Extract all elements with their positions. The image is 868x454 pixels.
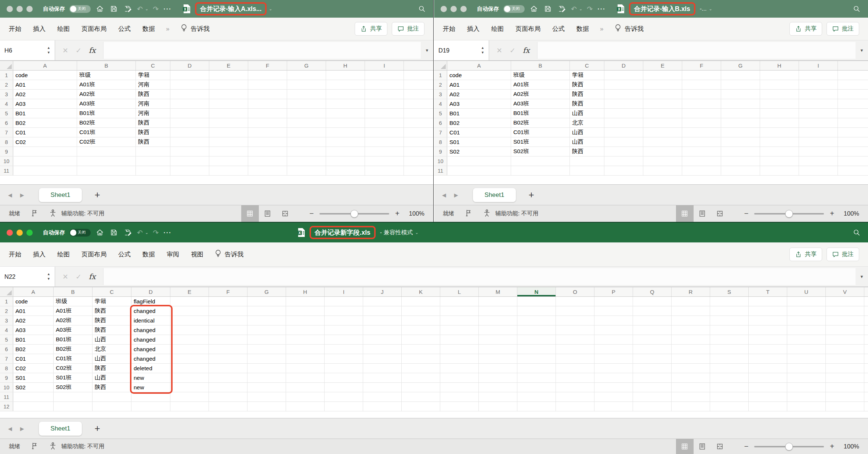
cell-A4[interactable]: A03 xyxy=(447,99,511,108)
cell-F8[interactable] xyxy=(248,137,287,147)
cell-A3[interactable]: A02 xyxy=(447,90,511,99)
cell-H2[interactable] xyxy=(326,80,365,89)
enter-icon[interactable]: ✓ xyxy=(76,273,82,281)
page-break-view-button[interactable] xyxy=(711,439,729,454)
column-header-B[interactable]: B xyxy=(511,61,570,70)
cell-M5[interactable] xyxy=(479,335,517,344)
cell-I11[interactable] xyxy=(325,392,363,401)
row-header-9[interactable]: 9 xyxy=(434,147,447,156)
insert-function-icon[interactable]: fx xyxy=(89,46,96,55)
cell-C10[interactable] xyxy=(136,156,170,166)
cell-C3[interactable]: 陕西 xyxy=(93,316,131,325)
column-header-G[interactable]: G xyxy=(721,61,760,70)
cell-E8[interactable] xyxy=(643,137,682,147)
row-header-2[interactable]: 2 xyxy=(434,80,447,89)
cell-G9[interactable] xyxy=(247,373,286,382)
cell-F8[interactable] xyxy=(209,364,247,373)
cell-H10[interactable] xyxy=(760,156,799,166)
more-commands-icon[interactable]: ⋯ xyxy=(163,4,171,14)
row-header-6[interactable]: 6 xyxy=(434,118,447,127)
cell-G9[interactable] xyxy=(287,147,326,156)
macro-recording-icon[interactable] xyxy=(30,442,39,451)
cell-B7[interactable]: C01班 xyxy=(54,354,93,363)
cell-E11[interactable] xyxy=(643,166,682,175)
cell-D5[interactable] xyxy=(170,109,209,118)
cell-T12[interactable] xyxy=(749,402,787,411)
cell-A5[interactable]: B01 xyxy=(13,335,54,344)
cell-I6[interactable] xyxy=(325,345,363,354)
cell-I9[interactable] xyxy=(799,147,838,156)
share-button[interactable]: 共享 xyxy=(355,22,387,36)
cancel-icon[interactable]: ✕ xyxy=(62,273,68,281)
cell-R6[interactable] xyxy=(672,345,710,354)
undo-dropdown-caret[interactable]: ⌄ xyxy=(579,7,582,11)
cell-R10[interactable] xyxy=(672,383,710,392)
cell-D10[interactable]: new xyxy=(131,383,170,392)
cell-F11[interactable] xyxy=(682,166,721,175)
cell-A7[interactable]: C01 xyxy=(13,354,54,363)
row-header-4[interactable]: 4 xyxy=(0,99,13,108)
cell-R3[interactable] xyxy=(672,316,710,325)
cell-E7[interactable] xyxy=(643,128,682,137)
column-header-I[interactable]: I xyxy=(799,61,838,70)
cell-B3[interactable]: A02班 xyxy=(77,90,136,99)
cell-O5[interactable] xyxy=(556,335,594,344)
cell-L9[interactable] xyxy=(440,373,479,382)
cell-B11[interactable] xyxy=(54,392,93,401)
add-sheet-button[interactable]: + xyxy=(516,189,546,201)
cell-K11[interactable] xyxy=(402,392,440,401)
cell-C10[interactable] xyxy=(570,156,604,166)
cell-N9[interactable] xyxy=(517,373,556,382)
cell-H9[interactable] xyxy=(326,147,365,156)
minimize-window-button[interactable] xyxy=(17,6,23,12)
cell-F1[interactable] xyxy=(209,297,247,306)
save-icon[interactable] xyxy=(543,4,553,14)
cell-V10[interactable] xyxy=(826,383,864,392)
cell-U3[interactable] xyxy=(787,316,826,325)
cell-V7[interactable] xyxy=(826,354,864,363)
cell-D8[interactable] xyxy=(604,137,643,147)
cell-J10[interactable] xyxy=(363,383,402,392)
cell-R5[interactable] xyxy=(672,335,710,344)
cell-H5[interactable] xyxy=(326,109,365,118)
column-header-V[interactable]: V xyxy=(826,287,864,296)
cell-Q6[interactable] xyxy=(633,345,672,354)
cell-B5[interactable]: B01班 xyxy=(511,109,570,118)
column-header-B[interactable]: B xyxy=(54,287,93,296)
cell-K5[interactable] xyxy=(402,335,440,344)
cell-S9[interactable] xyxy=(710,373,749,382)
column-header-F[interactable]: F xyxy=(209,287,247,296)
cell-I11[interactable] xyxy=(365,166,404,175)
cell-F3[interactable] xyxy=(682,90,721,99)
cell-H11[interactable] xyxy=(286,392,325,401)
enter-icon[interactable]: ✓ xyxy=(76,46,82,55)
cell-G10[interactable] xyxy=(721,156,760,166)
cell-C8[interactable]: 山西 xyxy=(570,137,604,147)
column-header-F[interactable]: F xyxy=(248,61,287,70)
row-header-5[interactable]: 5 xyxy=(0,109,13,118)
ribbon-tab-数据[interactable]: 数据 xyxy=(576,25,589,33)
tell-me-tab[interactable]: 告诉我 xyxy=(180,24,209,34)
cell-B8[interactable]: C02班 xyxy=(77,137,136,147)
ribbon-tab-页面布局[interactable]: 页面布局 xyxy=(82,250,106,259)
cell-S11[interactable] xyxy=(710,392,749,401)
cell-U6[interactable] xyxy=(787,345,826,354)
cell-H2[interactable] xyxy=(286,306,325,316)
cell-E3[interactable] xyxy=(209,90,248,99)
cell-L7[interactable] xyxy=(440,354,479,363)
cell-I11[interactable] xyxy=(799,166,838,175)
cancel-icon[interactable]: ✕ xyxy=(62,46,68,55)
cell-I4[interactable] xyxy=(799,99,838,108)
cell-B1[interactable]: 班级 xyxy=(54,297,93,306)
cell-P2[interactable] xyxy=(594,306,633,316)
zoom-percentage[interactable]: 100% xyxy=(405,210,424,217)
cell-D4[interactable] xyxy=(170,99,209,108)
cell-C1[interactable]: 学籍 xyxy=(570,71,604,80)
cell-G10[interactable] xyxy=(287,156,326,166)
cell-R9[interactable] xyxy=(672,373,710,382)
close-window-button[interactable] xyxy=(7,6,13,12)
cell-C3[interactable]: 陕西 xyxy=(136,90,170,99)
cell-C7[interactable]: 陕西 xyxy=(136,128,170,137)
cell-T5[interactable] xyxy=(749,335,787,344)
cell-C11[interactable] xyxy=(93,392,131,401)
